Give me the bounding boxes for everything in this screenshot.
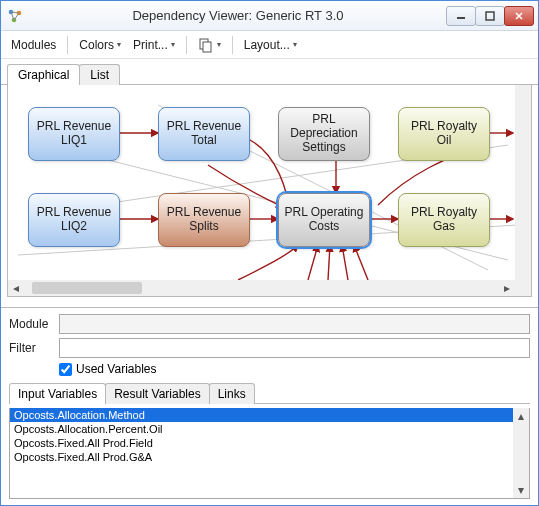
used-variables-row: Used Variables <box>9 362 530 376</box>
scroll-left-icon[interactable]: ◂ <box>8 280 24 296</box>
node-label: PRL Royalty Oil <box>403 120 485 148</box>
svg-rect-3 <box>457 17 465 19</box>
list-vertical-scrollbar[interactable]: ▴ ▾ <box>513 408 529 498</box>
window-controls <box>447 6 538 26</box>
variables-listbox: Opcosts.Allocation.Method Opcosts.Alloca… <box>9 408 530 499</box>
node-label: PRL Revenue Total <box>163 120 245 148</box>
toolbar-separator <box>186 36 187 54</box>
tab-graphical[interactable]: Graphical <box>7 64 80 85</box>
node-label: PRL Royalty Gas <box>403 206 485 234</box>
toolbar-separator <box>67 36 68 54</box>
toolbar-label: Modules <box>11 38 56 52</box>
filter-row: Filter <box>9 338 530 358</box>
maximize-button[interactable] <box>475 6 505 26</box>
list-item[interactable]: Opcosts.Fixed.All Prod.Field <box>10 436 513 450</box>
list-item[interactable]: Opcosts.Allocation.Percent.Oil <box>10 422 513 436</box>
graph-horizontal-scrollbar[interactable]: ◂ ▸ <box>8 280 515 296</box>
app-icon <box>1 8 29 24</box>
variables-list[interactable]: Opcosts.Allocation.Method Opcosts.Alloca… <box>10 408 513 498</box>
svg-rect-4 <box>486 12 494 20</box>
print-menu[interactable]: Print...▾ <box>129 36 179 54</box>
filter-label: Filter <box>9 341 53 355</box>
scroll-right-icon[interactable]: ▸ <box>499 280 515 296</box>
titlebar: Dependency Viewer: Generic RT 3.0 <box>1 1 538 31</box>
list-item[interactable]: Opcosts.Allocation.Method <box>10 408 513 422</box>
svg-rect-6 <box>203 42 211 52</box>
scroll-thumb[interactable] <box>32 282 142 294</box>
toolbar: Modules Colors▾ Print...▾ ▾ Layout...▾ <box>1 31 538 59</box>
node-prl-depreciation[interactable]: PRL Depreciation Settings <box>278 107 370 161</box>
modules-menu[interactable]: Modules <box>7 36 60 54</box>
toolbar-separator <box>232 36 233 54</box>
node-prl-revenue-liq1[interactable]: PRL Revenue LIQ1 <box>28 107 120 161</box>
scroll-up-icon[interactable]: ▴ <box>513 408 529 424</box>
toolbar-label: Colors <box>79 38 114 52</box>
dropdown-icon: ▾ <box>293 40 297 49</box>
node-prl-operating-costs[interactable]: PRL Operating Costs <box>278 193 370 247</box>
dropdown-icon: ▾ <box>217 40 221 49</box>
used-variables-checkbox[interactable] <box>59 363 72 376</box>
node-label: PRL Depreciation Settings <box>283 113 365 154</box>
node-prl-revenue-splits[interactable]: PRL Revenue Splits <box>158 193 250 247</box>
dropdown-icon: ▾ <box>171 40 175 49</box>
tab-label: Result Variables <box>114 387 200 401</box>
graph-vertical-scrollbar[interactable] <box>515 85 531 280</box>
tab-input-variables[interactable]: Input Variables <box>9 383 106 404</box>
tab-list[interactable]: List <box>79 64 120 85</box>
view-tabstrip: Graphical List <box>1 59 538 85</box>
tab-links[interactable]: Links <box>209 383 255 404</box>
filter-input[interactable] <box>59 338 530 358</box>
node-label: PRL Revenue LIQ2 <box>33 206 115 234</box>
module-field <box>59 314 530 334</box>
tab-result-variables[interactable]: Result Variables <box>105 383 209 404</box>
app-window: Dependency Viewer: Generic RT 3.0 Module… <box>0 0 539 506</box>
close-button[interactable] <box>504 6 534 26</box>
copy-icon <box>198 37 214 53</box>
toolbar-label: Layout... <box>244 38 290 52</box>
tab-label: Input Variables <box>18 387 97 401</box>
tab-label: Graphical <box>18 68 69 82</box>
node-label: PRL Operating Costs <box>283 206 365 234</box>
scroll-track[interactable] <box>24 280 499 296</box>
window-title: Dependency Viewer: Generic RT 3.0 <box>29 8 447 23</box>
colors-menu[interactable]: Colors▾ <box>75 36 125 54</box>
graph-canvas[interactable]: PRL Revenue LIQ1 PRL Revenue Total PRL D… <box>8 85 515 280</box>
detail-tabstrip: Input Variables Result Variables Links <box>9 382 530 404</box>
scroll-down-icon[interactable]: ▾ <box>513 482 529 498</box>
node-label: PRL Revenue Splits <box>163 206 245 234</box>
module-label: Module <box>9 317 53 331</box>
tab-label: Links <box>218 387 246 401</box>
list-item[interactable]: Opcosts.Fixed.All Prod.G&A <box>10 450 513 464</box>
node-prl-revenue-liq2[interactable]: PRL Revenue LIQ2 <box>28 193 120 247</box>
node-prl-royalty-gas[interactable]: PRL Royalty Gas <box>398 193 490 247</box>
minimize-button[interactable] <box>446 6 476 26</box>
used-variables-label: Used Variables <box>76 362 156 376</box>
detail-pane: Module Filter Used Variables Input Varia… <box>1 307 538 505</box>
module-row: Module <box>9 314 530 334</box>
toolbar-label: Print... <box>133 38 168 52</box>
tab-label: List <box>90 68 109 82</box>
node-prl-royalty-oil[interactable]: PRL Royalty Oil <box>398 107 490 161</box>
layout-menu[interactable]: Layout...▾ <box>240 36 301 54</box>
copy-button[interactable]: ▾ <box>194 35 225 55</box>
scroll-corner <box>515 280 531 296</box>
dropdown-icon: ▾ <box>117 40 121 49</box>
graph-pane: PRL Revenue LIQ1 PRL Revenue Total PRL D… <box>7 85 532 297</box>
node-prl-revenue-total[interactable]: PRL Revenue Total <box>158 107 250 161</box>
node-label: PRL Revenue LIQ1 <box>33 120 115 148</box>
